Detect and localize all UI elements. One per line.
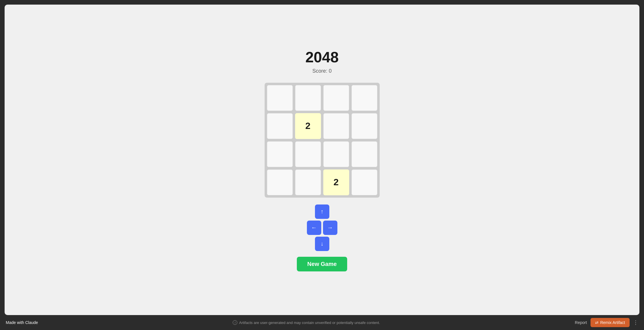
cell-2-0 bbox=[267, 141, 293, 167]
cell-2-3 bbox=[351, 141, 377, 167]
footer-made-with-text: Made with bbox=[6, 320, 25, 325]
footer-disclaimer-text: Artifacts are user-generated and may con… bbox=[239, 321, 380, 325]
new-game-button[interactable]: New Game bbox=[297, 257, 347, 271]
game-title: 2048 bbox=[305, 49, 339, 66]
cell-2-2 bbox=[323, 141, 349, 167]
right-button[interactable]: → bbox=[323, 221, 337, 235]
cell-3-3 bbox=[351, 169, 377, 195]
cell-0-0 bbox=[267, 85, 293, 111]
middle-controls-row: ← → bbox=[307, 221, 337, 235]
footer-made-with: Made with Claude bbox=[6, 320, 38, 325]
game-container: 2048 Score: 0 2 2 ↑ ← → ↓ New bbox=[5, 5, 639, 315]
cell-0-3 bbox=[351, 85, 377, 111]
bottom-controls-row: ↓ bbox=[315, 237, 329, 251]
remix-icon: ⇄ bbox=[595, 320, 599, 325]
remix-button[interactable]: ⇄ Remix Artifact bbox=[591, 318, 630, 327]
footer-actions: Report ⇄ Remix Artifact ⋮ bbox=[575, 318, 638, 327]
cell-0-1 bbox=[295, 85, 321, 111]
cell-1-0 bbox=[267, 113, 293, 139]
cell-0-2 bbox=[323, 85, 349, 111]
cell-2-1 bbox=[295, 141, 321, 167]
score-display: Score: 0 bbox=[312, 68, 332, 74]
top-controls-row: ↑ bbox=[315, 204, 329, 219]
footer: Made with Claude i Artifacts are user-ge… bbox=[0, 315, 644, 330]
down-button[interactable]: ↓ bbox=[315, 237, 329, 251]
cell-1-3 bbox=[351, 113, 377, 139]
cell-3-0 bbox=[267, 169, 293, 195]
up-button[interactable]: ↑ bbox=[315, 204, 329, 219]
more-options-button[interactable]: ⋮ bbox=[633, 320, 638, 325]
info-icon: i bbox=[233, 320, 237, 325]
left-button[interactable]: ← bbox=[307, 221, 321, 235]
direction-controls: ↑ ← → ↓ bbox=[307, 204, 337, 251]
footer-disclaimer-area: i Artifacts are user-generated and may c… bbox=[233, 320, 380, 325]
cell-1-2 bbox=[323, 113, 349, 139]
cell-3-1 bbox=[295, 169, 321, 195]
cell-1-1: 2 bbox=[295, 113, 321, 139]
cell-3-2: 2 bbox=[323, 169, 349, 195]
report-button[interactable]: Report bbox=[575, 320, 587, 325]
game-grid: 2 2 bbox=[265, 83, 380, 198]
footer-claude-text: Claude bbox=[25, 320, 38, 325]
remix-label: Remix Artifact bbox=[600, 320, 625, 325]
